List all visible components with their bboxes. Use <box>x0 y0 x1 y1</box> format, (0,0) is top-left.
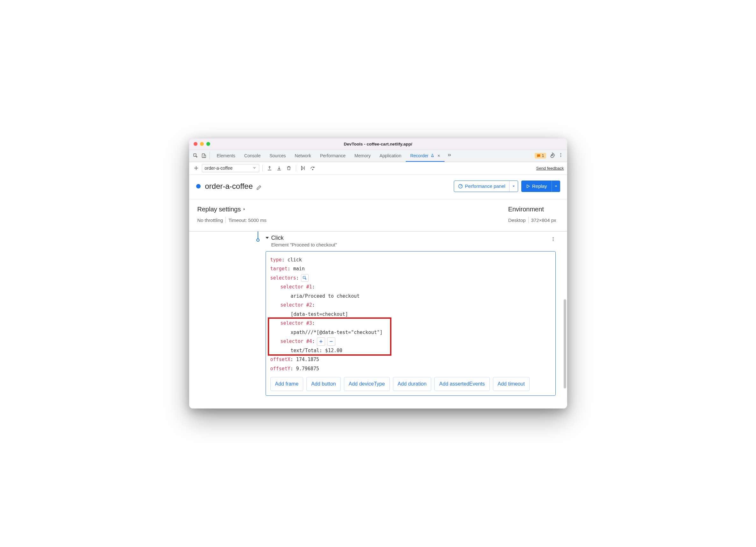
remove-selector-button[interactable]: − <box>327 337 335 346</box>
devtools-window: DevTools - coffee-cart.netlify.app/ Elem… <box>189 139 567 409</box>
close-window-button[interactable] <box>194 142 197 146</box>
viewport-value: 372×804 px <box>529 217 559 224</box>
throttle-value: No throttling <box>197 217 226 224</box>
window-controls <box>194 142 210 146</box>
code-line[interactable]: text/Total: $12.00 <box>270 346 551 355</box>
code-line[interactable]: selector #1: <box>270 282 551 292</box>
code-line[interactable]: selector #4:+− <box>270 337 551 346</box>
code-line[interactable]: aria/Proceed to checkout <box>270 292 551 301</box>
svg-point-6 <box>560 156 561 157</box>
svg-point-7 <box>312 169 313 170</box>
add-button-button[interactable]: Add button <box>306 377 340 391</box>
inspect-element-icon[interactable] <box>193 153 198 158</box>
settings-icon[interactable] <box>549 152 555 159</box>
new-recording-button[interactable] <box>192 164 200 172</box>
import-icon[interactable] <box>275 164 283 172</box>
more-options-icon[interactable] <box>558 153 563 159</box>
step-details-panel: type: click target: main selectors: sele… <box>266 251 556 396</box>
tab-application[interactable]: Application <box>375 150 406 162</box>
code-line[interactable]: [data-test=checkout] <box>270 310 551 319</box>
tab-recorder-label: Recorder <box>410 153 429 158</box>
recording-header: order-a-coffee Performance panel Replay <box>189 175 567 199</box>
edit-name-icon[interactable] <box>256 183 262 189</box>
svg-point-5 <box>560 155 561 156</box>
recording-name-selected: order-a-coffee <box>205 166 233 171</box>
tab-memory[interactable]: Memory <box>350 150 375 162</box>
chevron-down-icon <box>253 166 256 171</box>
code-line[interactable]: offsetX: 174.1875 <box>270 355 551 364</box>
code-line[interactable]: offsetY: 9.796875 <box>270 364 551 373</box>
collapse-icon[interactable] <box>266 237 269 239</box>
steps-content: Click Element "Proceed to checkout" type… <box>189 231 567 409</box>
device-value: Desktop <box>508 217 528 224</box>
recording-dot-icon <box>196 184 201 188</box>
replay-dropdown-icon[interactable] <box>552 183 560 189</box>
add-duration-button[interactable]: Add duration <box>393 377 431 391</box>
play-icon <box>526 184 530 188</box>
code-line[interactable]: selector #2: <box>270 301 551 310</box>
add-selector-button[interactable]: + <box>317 337 325 346</box>
environment-header: Environment <box>508 206 559 213</box>
warnings-count: 1 <box>542 153 544 158</box>
pick-selector-icon[interactable] <box>301 274 309 282</box>
svg-point-4 <box>560 153 561 154</box>
add-frame-button[interactable]: Add frame <box>270 377 303 391</box>
add-assertedevents-button[interactable]: Add assertedEvents <box>434 377 489 391</box>
export-icon[interactable] <box>266 164 274 172</box>
replay-settings-header[interactable]: Replay settings <box>197 206 269 213</box>
send-feedback-link[interactable]: Send feedback <box>536 166 564 171</box>
divider <box>262 165 263 171</box>
chevron-right-icon <box>243 207 246 211</box>
step-title: Click <box>271 235 284 241</box>
gauge-icon <box>458 184 463 189</box>
warnings-badge[interactable]: 1 <box>535 153 546 159</box>
tab-console[interactable]: Console <box>240 150 265 162</box>
add-devicetype-button[interactable]: Add deviceType <box>344 377 390 391</box>
devtools-tabbar: Elements Console Sources Network Perform… <box>189 150 567 162</box>
tab-network[interactable]: Network <box>290 150 316 162</box>
flask-icon <box>431 153 434 158</box>
tab-sources[interactable]: Sources <box>265 150 290 162</box>
device-toolbar-icon[interactable] <box>201 153 206 158</box>
code-line[interactable]: xpath///*[@data-test="checkout"] <box>270 328 551 337</box>
timeout-value: Timeout: 5000 ms <box>226 217 269 224</box>
code-line[interactable]: selector #3: <box>270 319 551 328</box>
replay-button[interactable]: Replay <box>521 181 560 192</box>
recorder-toolbar: order-a-coffee Send feedback <box>189 162 567 175</box>
code-line[interactable]: type: click <box>270 255 551 265</box>
add-timeout-button[interactable]: Add timeout <box>493 377 530 391</box>
step-play-icon[interactable] <box>299 164 307 172</box>
tab-performance[interactable]: Performance <box>316 150 350 162</box>
recording-title: order-a-coffee <box>205 182 253 191</box>
delete-icon[interactable] <box>285 164 293 172</box>
tab-elements[interactable]: Elements <box>212 150 240 162</box>
tab-recorder[interactable]: Recorder × <box>406 150 445 162</box>
performance-panel-button[interactable]: Performance panel <box>454 181 518 192</box>
zoom-window-button[interactable] <box>206 142 210 146</box>
minimize-window-button[interactable] <box>200 142 204 146</box>
svg-point-9 <box>553 237 553 238</box>
code-line[interactable]: selectors: <box>270 273 551 283</box>
svg-rect-2 <box>204 155 205 158</box>
recording-selector[interactable]: order-a-coffee <box>202 164 259 172</box>
step-subtitle: Element "Proceed to checkout" <box>253 242 556 247</box>
performance-panel-label: Performance panel <box>465 183 505 189</box>
code-line[interactable]: target: main <box>270 264 551 273</box>
settings-row: Replay settings No throttling Timeout: 5… <box>189 199 567 231</box>
svg-point-11 <box>553 240 553 241</box>
performance-dropdown-icon[interactable] <box>510 183 518 189</box>
window-title: DevTools - coffee-cart.netlify.app/ <box>189 142 567 146</box>
more-tabs-icon[interactable] <box>445 153 454 159</box>
step-over-icon[interactable] <box>309 164 317 172</box>
close-tab-icon[interactable]: × <box>438 153 440 158</box>
window-titlebar: DevTools - coffee-cart.netlify.app/ <box>189 139 567 150</box>
svg-point-10 <box>553 238 553 239</box>
replay-label: Replay <box>532 183 547 189</box>
step-options-icon[interactable] <box>551 237 556 243</box>
